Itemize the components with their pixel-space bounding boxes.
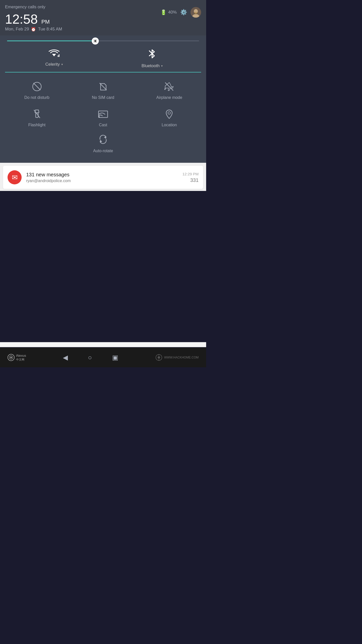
time-period: PM	[41, 19, 50, 25]
recents-button[interactable]: ▣	[112, 354, 118, 361]
flashlight-icon	[32, 109, 42, 120]
airplane-label: Airplane mode	[156, 95, 182, 100]
watermark-bar	[0, 342, 206, 347]
quick-settings-panel: Celerity ▾ Bluetooth ▾	[0, 35, 206, 163]
notification-count: 331	[183, 177, 199, 183]
wifi-label-row: Celerity ▾	[45, 62, 63, 67]
alarm-icon: ⏰	[31, 27, 36, 32]
svg-line-11	[97, 39, 97, 40]
tile-cast[interactable]: Cast	[71, 107, 135, 129]
svg-line-10	[97, 42, 97, 43]
wifi-label: Celerity	[45, 62, 60, 67]
tile-flashlight[interactable]: Flashlight	[5, 107, 69, 129]
brightness-fill	[7, 41, 95, 41]
notification-time: 12:29 PM	[183, 172, 199, 176]
nav-center: ◀ ○ ▣	[63, 354, 118, 361]
status-bar-right: 🔋 40% ⚙️	[160, 5, 201, 18]
alarm-time: Tue 8:45 AM	[38, 27, 62, 32]
auto-rotate-icon	[98, 134, 109, 146]
tile-airplane[interactable]: Airplane mode	[138, 79, 201, 102]
brightness-row[interactable]	[5, 41, 201, 41]
svg-line-9	[94, 39, 95, 40]
no-sim-label: No SIM card	[92, 95, 114, 100]
svg-point-4	[95, 40, 97, 42]
time-value: 12:58	[5, 12, 38, 26]
time-display: 12:58 PM	[5, 13, 62, 26]
brightness-slider[interactable]	[7, 41, 199, 41]
svg-point-23	[98, 116, 100, 118]
svg-line-21	[34, 110, 40, 118]
location-label: Location	[162, 123, 177, 127]
notification-title: 131 new messages	[26, 172, 178, 178]
cast-label: Cast	[99, 123, 107, 127]
tile-location[interactable]: Location	[138, 107, 201, 129]
brightness-thumb[interactable]	[92, 37, 99, 45]
bluetooth-icon	[147, 48, 157, 61]
do-not-disturb-icon	[32, 82, 42, 93]
do-not-disturb-label: Do not disturb	[24, 95, 50, 100]
nexus-logo	[8, 354, 15, 361]
notification-area: ✉ 131 new messages ryan@androidpolice.co…	[0, 163, 206, 191]
tile-auto-rotate[interactable]: Auto-rotate	[92, 132, 114, 155]
notification-card[interactable]: ✉ 131 new messages ryan@androidpolice.co…	[3, 166, 203, 189]
bluetooth-label: Bluetooth	[142, 63, 160, 68]
bluetooth-toggle[interactable]: Bluetooth ▾	[103, 48, 201, 72]
gmail-icon: ✉	[12, 173, 18, 182]
nav-logo-text: iNexus中文网	[16, 354, 26, 361]
svg-line-12	[94, 42, 95, 43]
battery-icon: 🔋	[160, 9, 167, 15]
tiles-grid: Do not disturb No SIM card Airplane mode	[5, 79, 201, 129]
home-button[interactable]: ○	[88, 354, 92, 361]
notification-content: 131 new messages ryan@androidpolice.com	[26, 172, 178, 183]
tile-no-sim[interactable]: No SIM card	[71, 79, 135, 102]
watermark-url: WWW.HACKHOME.COM	[164, 356, 199, 359]
date-text: Mon, Feb 29	[5, 27, 29, 32]
svg-rect-3	[194, 12, 198, 14]
svg-rect-22	[99, 111, 108, 117]
navigation-bar: iNexus中文网 ◀ ○ ▣ WWW.HACKHOME.COM	[0, 348, 206, 367]
battery-percent: 40%	[168, 10, 177, 15]
svg-point-24	[168, 112, 170, 114]
tile-do-not-disturb[interactable]: Do not disturb	[5, 79, 69, 102]
bluetooth-chevron: ▾	[161, 64, 163, 68]
wifi-chevron: ▾	[61, 63, 63, 66]
autorotate-row: Auto-rotate	[5, 132, 201, 155]
status-bar-left: Emergency calls only 12:58 PM Mon, Feb 2…	[5, 5, 62, 32]
svg-line-19	[165, 83, 173, 91]
user-avatar[interactable]	[191, 7, 201, 18]
location-icon	[164, 109, 174, 120]
wifi-toggle[interactable]: Celerity ▾	[5, 48, 103, 72]
date-row: Mon, Feb 29 ⏰ Tue 8:45 AM	[5, 27, 62, 32]
battery-section: 🔋 40%	[160, 9, 177, 15]
cast-icon	[98, 109, 108, 120]
auto-rotate-label: Auto-rotate	[93, 149, 113, 153]
status-bar: Emergency calls only 12:58 PM Mon, Feb 2…	[0, 0, 206, 35]
bluetooth-label-row: Bluetooth ▾	[142, 63, 163, 68]
notification-subtitle: ryan@androidpolice.com	[26, 179, 178, 183]
nav-right: WWW.HACKHOME.COM	[155, 354, 199, 361]
notification-meta: 12:29 PM 331	[183, 172, 199, 183]
svg-line-17	[33, 83, 40, 90]
nav-left: iNexus中文网	[8, 354, 26, 361]
airplane-icon	[164, 82, 174, 93]
back-button[interactable]: ◀	[63, 354, 68, 361]
no-sim-icon	[98, 82, 108, 93]
svg-point-30	[158, 356, 160, 359]
settings-icon[interactable]: ⚙️	[180, 9, 187, 16]
emergency-text: Emergency calls only	[5, 5, 62, 10]
main-toggles: Celerity ▾ Bluetooth ▾	[5, 48, 201, 72]
time-block: 12:58 PM Mon, Feb 29 ⏰ Tue 8:45 AM	[5, 13, 62, 32]
flashlight-label: Flashlight	[28, 123, 45, 127]
svg-marker-13	[52, 54, 56, 56]
notification-avatar: ✉	[8, 170, 22, 184]
svg-point-28	[10, 357, 12, 358]
wifi-icon	[49, 48, 60, 59]
